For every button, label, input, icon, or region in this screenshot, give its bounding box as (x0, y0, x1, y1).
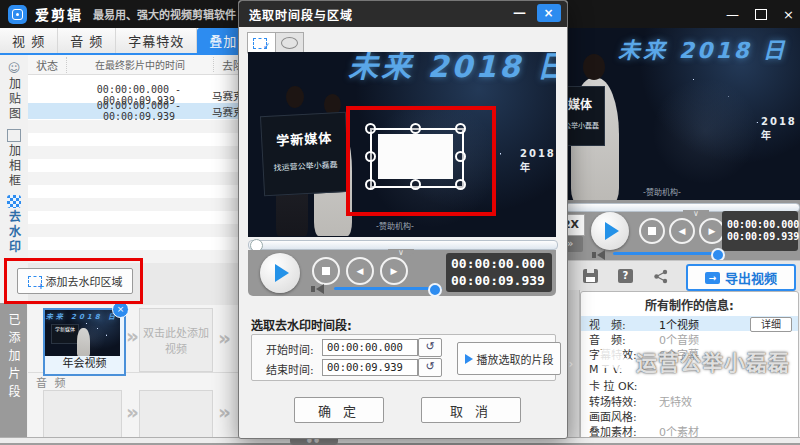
dialog-title: 选取时间段与区域 (249, 6, 353, 23)
add-region-label: 添加去水印区域 (46, 273, 123, 289)
dialog-time-current: 00:00:00.000 (451, 256, 547, 272)
end-time-label: 结束时间: (266, 361, 314, 377)
help-icon[interactable]: ? (618, 269, 633, 283)
export-video-button[interactable]: → 导出视频 (686, 264, 796, 291)
chevron-next-icon: » (218, 328, 231, 348)
dialog-prev-frame-button[interactable]: ◀ (346, 257, 374, 285)
chevron-next-icon: » (126, 402, 139, 422)
col-time: 在最终影片中的时间 (67, 57, 214, 72)
info-row-audio: 音 频:0个音频 (581, 331, 798, 346)
dialog-time-total: 00:00:09.939 (451, 273, 547, 289)
save-icon[interactable] (583, 269, 598, 283)
rect-shape-tab[interactable]: ✓ (247, 32, 276, 54)
audio-slot[interactable] (139, 390, 213, 439)
prev-frame-button[interactable]: ◀ (669, 218, 695, 244)
add-video-slot[interactable]: 双击此处添加视频 (139, 308, 213, 372)
dialog-video-preview[interactable]: 未来 2018 日 学新媒体 找运营公举小磊磊 2018年 -赞助机构- (248, 52, 556, 237)
tab-added-clips[interactable]: 已添加片段 (0, 303, 27, 443)
sidebar-label: 加相框 (6, 144, 23, 189)
clip-thumbnail-image: 未来 2018 日 学新媒体 (45, 310, 120, 356)
clip-thumbnail[interactable]: 未来 2018 日 学新媒体 年会视频 (43, 308, 126, 376)
dialog-titlebar: 选取时间段与区域 — × (239, 1, 567, 27)
end-time-reset-icon[interactable]: ↺ (418, 358, 442, 377)
start-time-label: 开始时间: (266, 341, 314, 357)
production-info-panel: 所有制作的信息: 视 频: 1个视频 详细 音 频:0个音频 字幕特效:0个字幕… (580, 291, 799, 445)
app-logo-icon (8, 5, 27, 24)
table-row-selected[interactable]: 00:00:00.000 - 00:00:09.939 马赛克 (28, 103, 240, 119)
dialog-next-frame-button[interactable]: ▶ (380, 257, 408, 285)
app-subtitle: 最易用、强大的视频剪辑软件 (93, 6, 236, 22)
region-select-icon: + (28, 276, 42, 287)
clip-name: 年会视频 (45, 356, 124, 371)
stop-button[interactable] (639, 218, 665, 244)
minimize-icon[interactable]: — (726, 7, 739, 22)
ellipse-select-icon (281, 37, 298, 49)
audio-track-label: 音 频 (36, 374, 68, 390)
remove-clip-icon[interactable]: × (112, 301, 129, 318)
collapse-notch[interactable]: ∨ (683, 210, 709, 217)
select-time-region-dialog: 选取时间段与区域 — × ✓ 未来 2018 日 学新媒体 找运营公举小磊磊 2… (238, 0, 568, 439)
main-player-bar: ∨ 2X » ◀ ▶ 00:00:00.000 00:00:09.939 (563, 200, 800, 260)
tab-video[interactable]: 视 频 (0, 28, 58, 53)
add-video-placeholder: 双击此处添加视频 (140, 324, 212, 356)
cancel-button[interactable]: 取 消 (421, 397, 521, 423)
frame-icon (7, 129, 21, 142)
info-row-subtitle: 字幕特效:0个字幕 (581, 347, 798, 362)
ok-button[interactable]: 确 定 (294, 397, 384, 423)
maximize-icon[interactable] (755, 9, 767, 20)
volume-icon[interactable] (597, 250, 605, 260)
info-row-transition: 转场特效:无特效 (581, 393, 798, 408)
sticker-icon: ☺ (7, 61, 22, 75)
start-time-input[interactable]: 00:00:00.000 (322, 339, 418, 356)
end-time-input[interactable]: 00:00:09.939 (322, 359, 418, 376)
row-time: 00:00:00.000 - 00:00:09.939 (66, 100, 212, 122)
add-watermark-region-button[interactable]: + 添加去水印区域 (17, 268, 133, 294)
ellipse-shape-tab[interactable] (275, 32, 304, 54)
dialog-stop-button[interactable] (312, 257, 340, 285)
sidebar-item-add-sticker[interactable]: ☺ 加贴图 (0, 61, 28, 122)
start-time-reset-icon[interactable]: ↺ (418, 338, 442, 357)
chevron-next-icon: » (218, 402, 231, 422)
info-row-style: 画面风格: (581, 408, 798, 423)
time-display: 00:00:00.000 00:00:09.939 (722, 211, 798, 251)
dialog-volume-slider[interactable] (334, 287, 442, 290)
time-current: 00:00:00.000 (727, 219, 793, 232)
dialog-play-button[interactable] (260, 253, 300, 293)
play-selection-button[interactable]: 播放选取的片段 (457, 342, 561, 375)
dialog-time-display: 00:00:00.000 00:00:09.939 (446, 253, 552, 292)
dialog-close-icon[interactable]: × (537, 4, 561, 22)
main-video-preview: 未来 2018 日 媒体 公举小磊磊 2018年 -赞助机构- (563, 28, 800, 200)
dialog-minimize-icon[interactable]: — (513, 5, 527, 20)
info-title: 所有制作的信息: (581, 292, 798, 316)
play-button[interactable] (591, 212, 629, 250)
dialog-player-bar: ∨ ◀ ▶ 00:00:00.000 00:00:09.939 (248, 250, 556, 296)
info-row-video[interactable]: 视 频: 1个视频 详细 (581, 316, 798, 331)
play-selection-icon (465, 354, 473, 364)
sidebar-label: 加贴图 (6, 77, 23, 122)
quick-toolbar: ? → 导出视频 (563, 260, 800, 291)
audio-slot[interactable] (43, 390, 122, 439)
section-label: 选取去水印时间段: (251, 316, 352, 333)
sidebar-item-add-frame[interactable]: 加相框 (0, 129, 28, 189)
app-window: 爱剪辑 最易用、强大的视频剪辑软件 — × 视 频 音 频 字幕特效 叠加素材 … (0, 0, 800, 445)
col-remove-method: 去除 (214, 57, 240, 73)
row-method: 马赛克 (212, 104, 240, 119)
rect-select-icon (253, 38, 267, 49)
app-title: 爱剪辑 (35, 4, 83, 24)
annotation-red-box-dialog (346, 106, 496, 216)
tab-subtitle-fx[interactable]: 字幕特效 (116, 28, 197, 53)
volume-slider[interactable] (613, 252, 725, 255)
time-fields-group: 开始时间: 00:00:00.000 ↺ 结束时间: 00:00:09.939 … (251, 334, 556, 381)
tab-audio[interactable]: 音 频 (58, 28, 116, 53)
volume-icon[interactable] (316, 284, 324, 294)
row-method: 马赛克 (212, 88, 240, 103)
close-icon[interactable]: × (783, 7, 794, 22)
sidebar-item-remove-watermark[interactable]: 去水印 (0, 195, 28, 255)
time-total: 00:00:09.939 (727, 231, 793, 244)
table-header: 状态 在最终影片中的时间 去除 (28, 55, 240, 75)
collapse-notch[interactable]: ∨ (388, 249, 414, 256)
share-icon[interactable] (653, 269, 669, 284)
detail-button[interactable]: 详细 (750, 317, 792, 332)
watermark-clip-table: 状态 在最终影片中的时间 去除 00:00:00.000 - 00:00:09.… (28, 55, 240, 264)
col-status: 状态 (28, 57, 67, 73)
